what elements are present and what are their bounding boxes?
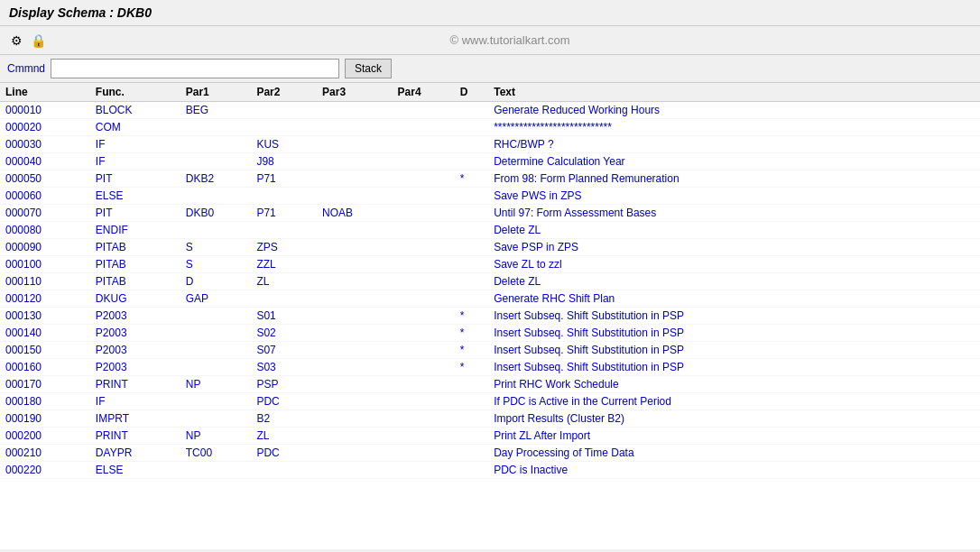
cell-func: DKUG (90, 290, 180, 308)
cell-par1 (180, 359, 252, 376)
cell-func: IMPRT (90, 410, 180, 428)
cell-d (455, 393, 489, 410)
cell-line: 000090 (0, 239, 90, 256)
cell-par4 (393, 102, 455, 119)
cell-par2 (251, 222, 317, 239)
lock-icon[interactable]: 🔒 (29, 32, 47, 50)
cell-d (455, 188, 489, 205)
cell-line: 000180 (0, 393, 90, 410)
cell-par4 (393, 153, 455, 170)
cell-text: Insert Subseq. Shift Substitution in PSP (488, 359, 980, 376)
cell-d (455, 376, 489, 393)
cell-par2: S01 (251, 308, 317, 325)
cell-text: Save ZL to zzl (488, 256, 980, 273)
table-row[interactable]: 000180IFPDCIf PDC is Active in the Curre… (0, 393, 980, 410)
cell-par4 (393, 290, 455, 308)
cell-line: 000020 (0, 119, 90, 136)
cell-par2: ZZL (251, 256, 317, 273)
table-row[interactable]: 000210DAYPRTC00PDCDay Processing of Time… (0, 445, 980, 462)
table-row[interactable]: 000080ENDIFDelete ZL (0, 222, 980, 239)
cell-func: IF (90, 393, 180, 410)
page-title: Display Schema : DKB0 (9, 5, 152, 20)
cell-par2: PSP (251, 376, 317, 393)
table-row[interactable]: 000010BLOCKBEGGenerate Reduced Working H… (0, 102, 980, 119)
cell-par4 (393, 222, 455, 239)
cell-par4 (393, 359, 455, 376)
cell-par3 (317, 119, 393, 136)
title-bar: Display Schema : DKB0 (0, 0, 980, 26)
table-row[interactable]: 000100PITABSZZLSave ZL to zzl (0, 256, 980, 273)
stack-button[interactable]: Stack (345, 59, 392, 78)
cell-par3 (317, 102, 393, 119)
table-row[interactable]: 000020COM**************************** (0, 119, 980, 136)
cell-line: 000190 (0, 410, 90, 428)
cell-par3 (317, 462, 393, 479)
table-row[interactable]: 000070PITDKB0P71NOABUntil 97: Form Asses… (0, 205, 980, 222)
cell-par4 (393, 410, 455, 428)
table-row[interactable]: 000170PRINTNPPSPPrint RHC Work Schedule (0, 376, 980, 393)
table-row[interactable]: 000060ELSESave PWS in ZPS (0, 188, 980, 205)
cell-par3 (317, 136, 393, 153)
table-row[interactable]: 000160P2003S03*Insert Subseq. Shift Subs… (0, 359, 980, 376)
table-row[interactable]: 000200PRINTNPZLPrint ZL After Import (0, 428, 980, 445)
cell-func: BLOCK (90, 102, 180, 119)
cell-par2 (251, 188, 317, 205)
cell-func: PIT (90, 170, 180, 188)
cell-par3 (317, 445, 393, 462)
cell-d: * (455, 308, 489, 325)
col-header-func: Func. (90, 83, 180, 102)
cell-par2 (251, 462, 317, 479)
cell-text: Insert Subseq. Shift Substitution in PSP (488, 325, 980, 342)
cell-par2 (251, 119, 317, 136)
cell-func: PRINT (90, 428, 180, 445)
col-header-d: D (455, 83, 489, 102)
cell-par2 (251, 102, 317, 119)
cell-func: COM (90, 119, 180, 136)
cell-par3 (317, 325, 393, 342)
cell-line: 000050 (0, 170, 90, 188)
cell-par1: D (180, 273, 252, 290)
cell-par2: ZPS (251, 239, 317, 256)
cell-line: 000170 (0, 376, 90, 393)
table-row[interactable]: 000030IFKUSRHC/BWP ? (0, 136, 980, 153)
cell-par3 (317, 359, 393, 376)
table-row[interactable]: 000220ELSEPDC is Inactive (0, 462, 980, 479)
cell-d (455, 256, 489, 273)
table-row[interactable]: 000040IFJ98 Determine Calculation Year (0, 153, 980, 170)
cell-par3 (317, 256, 393, 273)
cell-par2: S03 (251, 359, 317, 376)
cell-func: PITAB (90, 256, 180, 273)
cell-text: Generate Reduced Working Hours (488, 102, 980, 119)
cell-par2 (251, 290, 317, 308)
cell-par4 (393, 188, 455, 205)
table-row[interactable]: 000150P2003S07*Insert Subseq. Shift Subs… (0, 342, 980, 359)
table-row[interactable]: 000090PITABSZPSSave PSP in ZPS (0, 239, 980, 256)
cell-par2: ZL (251, 428, 317, 445)
cell-text: Print RHC Work Schedule (488, 376, 980, 393)
cell-text: Insert Subseq. Shift Substitution in PSP (488, 308, 980, 325)
command-input[interactable] (51, 59, 339, 78)
settings-icon[interactable]: ⚙ (7, 32, 25, 50)
cell-par4 (393, 239, 455, 256)
cell-line: 000160 (0, 359, 90, 376)
cell-func: PITAB (90, 273, 180, 290)
col-header-par2: Par2 (251, 83, 317, 102)
table-row[interactable]: 000190IMPRTB2Import Results (Cluster B2) (0, 410, 980, 428)
cell-d (455, 273, 489, 290)
cell-text: Save PWS in ZPS (488, 188, 980, 205)
cell-d (455, 239, 489, 256)
cell-text: PDC is Inactive (488, 462, 980, 479)
cell-par4 (393, 256, 455, 273)
table-row[interactable]: 000110PITABDZLDelete ZL (0, 273, 980, 290)
cell-par3 (317, 153, 393, 170)
cell-par4 (393, 170, 455, 188)
cell-text: If PDC is Active in the Current Period (488, 393, 980, 410)
cell-d (455, 102, 489, 119)
table-row[interactable]: 000130P2003S01*Insert Subseq. Shift Subs… (0, 308, 980, 325)
cell-par1: NP (180, 376, 252, 393)
cell-func: P2003 (90, 359, 180, 376)
table-row[interactable]: 000050PITDKB2P71*From 98: Form Planned R… (0, 170, 980, 188)
table-row[interactable]: 000120DKUGGAPGenerate RHC Shift Plan (0, 290, 980, 308)
cell-text: Generate RHC Shift Plan (488, 290, 980, 308)
table-row[interactable]: 000140P2003S02*Insert Subseq. Shift Subs… (0, 325, 980, 342)
